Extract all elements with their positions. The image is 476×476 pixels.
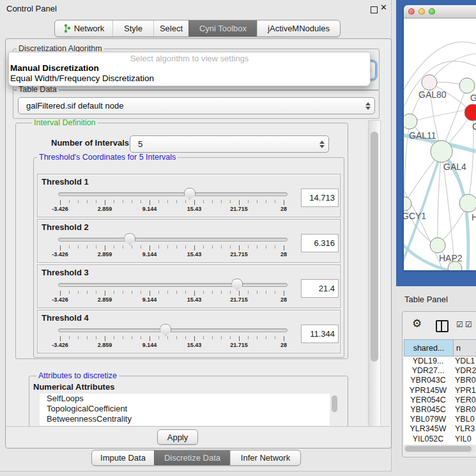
gear-icon[interactable]: ⚙ — [412, 318, 422, 329]
table-row[interactable]: YDL19...YDL1 — [404, 357, 476, 366]
tick-mark — [96, 291, 96, 294]
column-layout-icon[interactable] — [436, 320, 449, 332]
minimize-traffic-light-icon[interactable] — [418, 8, 425, 15]
tab-discretize-data[interactable]: Discretize Data — [154, 450, 230, 465]
table-row[interactable]: YDR27...YDR2 — [404, 366, 476, 376]
cell-name[interactable]: YBR0 — [452, 376, 476, 385]
tab-infer-network[interactable]: Infer Network — [230, 450, 300, 465]
tick-mark — [78, 291, 79, 294]
threshold-slider-track[interactable] — [58, 192, 288, 196]
threshold-slider-thumb[interactable] — [160, 324, 171, 336]
threshold-slider-thumb[interactable] — [184, 188, 196, 200]
select-all-checkbox-icon[interactable]: ☑ — [465, 321, 472, 328]
zoom-traffic-light-icon[interactable] — [429, 8, 435, 15]
cell-shared-name[interactable]: YBR045C — [404, 405, 452, 415]
cell-name[interactable]: YIL0 — [452, 434, 472, 444]
cell-shared-name[interactable]: YIL052C — [404, 434, 452, 444]
cell-shared-name[interactable]: YDR27... — [404, 366, 452, 376]
network-edge[interactable] — [404, 185, 442, 268]
column-header-shared-name[interactable]: shared... — [404, 340, 454, 356]
attribute-list-item[interactable]: SelfLoops — [40, 394, 330, 404]
cell-shared-name[interactable]: YBL079W — [404, 415, 452, 424]
threshold-value-field[interactable]: 6.316 — [301, 234, 339, 252]
tick-mark — [141, 291, 141, 294]
network-node[interactable] — [404, 114, 417, 129]
cell-shared-name[interactable]: YPR145W — [404, 386, 452, 395]
tick-mark — [96, 336, 96, 339]
network-canvas[interactable]: GAL80GACGAL11GAL4GCY1HHAP2 — [404, 19, 476, 270]
tab-style[interactable]: Style — [112, 20, 153, 36]
settings-scrollbar[interactable] — [368, 120, 381, 427]
cell-shared-name[interactable]: YDL19... — [404, 357, 452, 366]
cell-name[interactable]: YLR3 — [452, 424, 475, 434]
table-row[interactable]: YPR145WYPR1 — [404, 386, 476, 395]
dropdown-item-manual-discretization[interactable]: Manual Discretization — [9, 63, 370, 73]
threshold-value-field[interactable]: 11.344 — [301, 325, 339, 343]
cell-name[interactable]: YBR0 — [452, 405, 476, 415]
tick-mark — [114, 291, 114, 294]
network-node[interactable] — [459, 194, 476, 212]
column-header-name[interactable]: n — [454, 340, 476, 356]
cell-name[interactable]: YER0 — [452, 395, 476, 405]
network-node[interactable] — [404, 197, 411, 211]
network-window-titlebar[interactable] — [404, 5, 476, 19]
tick-mark — [105, 200, 105, 205]
tick-mark — [60, 200, 61, 205]
cell-shared-name[interactable]: YBR043C — [404, 376, 452, 385]
close-traffic-light-icon[interactable] — [408, 8, 415, 15]
tick-label: 15.43 — [172, 296, 217, 303]
scrollbar-thumb[interactable] — [332, 395, 337, 412]
number-of-intervals-combobox[interactable]: 5 — [130, 135, 329, 153]
attribute-list-item[interactable]: BetweennessCentrality — [40, 414, 330, 424]
float-window-icon[interactable] — [371, 6, 378, 13]
tab-impute-data[interactable]: Impute Data — [92, 450, 154, 465]
table-row[interactable]: YLR345WYLR3 — [404, 424, 476, 434]
scrollbar-thumb[interactable] — [405, 446, 472, 452]
table-horizontal-scrollbar[interactable] — [404, 445, 475, 452]
tab-jactivemnodules[interactable]: jActiveMNodules — [257, 20, 340, 36]
tick-mark — [150, 245, 150, 250]
tab-select[interactable]: Select — [153, 20, 188, 36]
control-panel-title: Control Panel — [6, 4, 57, 13]
close-icon[interactable]: ✕ — [380, 3, 387, 12]
tick-mark — [123, 200, 123, 203]
cell-shared-name[interactable]: YLR345W — [404, 424, 452, 434]
tick-mark — [266, 200, 266, 203]
cell-name[interactable]: YPR1 — [452, 386, 476, 395]
table-data-combobox[interactable]: galFiltered.sif default node — [18, 97, 375, 114]
threshold-slider-track[interactable] — [58, 283, 288, 287]
attribute-list-item[interactable]: TopologicalCoefficient — [40, 404, 330, 414]
network-node[interactable] — [459, 78, 475, 93]
network-node[interactable] — [431, 141, 452, 162]
threshold-slider-thumb[interactable] — [124, 233, 135, 245]
threshold-slider-track[interactable] — [58, 238, 288, 242]
table-row[interactable]: YER054CYER0 — [404, 395, 476, 405]
network-node[interactable] — [430, 238, 445, 253]
threshold-value-field[interactable]: 14.713 — [301, 188, 339, 207]
select-checkbox-icon[interactable]: ☑ — [456, 321, 463, 328]
cell-shared-name[interactable]: YER054C — [404, 395, 452, 405]
tick-mark — [167, 245, 168, 249]
cell-name[interactable]: YBL0 — [452, 415, 475, 424]
cell-name[interactable]: YDR2 — [452, 366, 476, 376]
tab-cyni-toolbox[interactable]: Cyni Toolbox — [188, 20, 257, 36]
table-row[interactable]: YBL079WYBL0 — [404, 415, 476, 424]
table-row[interactable]: YBR045CYBR0 — [404, 405, 476, 415]
tab-select-label: Select — [160, 24, 183, 33]
attributes-group-label: Attributes to discretize — [36, 372, 119, 380]
table-row[interactable]: YIL052CYIL0 — [404, 434, 476, 444]
tick-mark — [230, 245, 231, 249]
scrollbar-thumb[interactable] — [371, 132, 378, 362]
threshold-value-field[interactable]: 21.4 — [301, 279, 339, 298]
tab-network[interactable]: Network — [55, 20, 112, 36]
attributes-list-scrollbar[interactable] — [330, 394, 339, 426]
cell-name[interactable]: YDL1 — [452, 357, 475, 366]
threshold-slider-thumb[interactable] — [231, 279, 243, 291]
threshold-slider-track[interactable] — [58, 328, 288, 332]
tick-label: 15.43 — [172, 206, 217, 212]
threshold-row: Threshold 3 -3.4262.8599.14415.4321.7152… — [37, 265, 341, 308]
apply-button[interactable]: Apply — [157, 429, 198, 445]
table-row[interactable]: YBR043CYBR0 — [404, 376, 476, 385]
dropdown-item-equal-width-frequency[interactable]: Equal Width/Frequency Discretization — [9, 73, 370, 84]
network-node[interactable] — [422, 75, 437, 90]
